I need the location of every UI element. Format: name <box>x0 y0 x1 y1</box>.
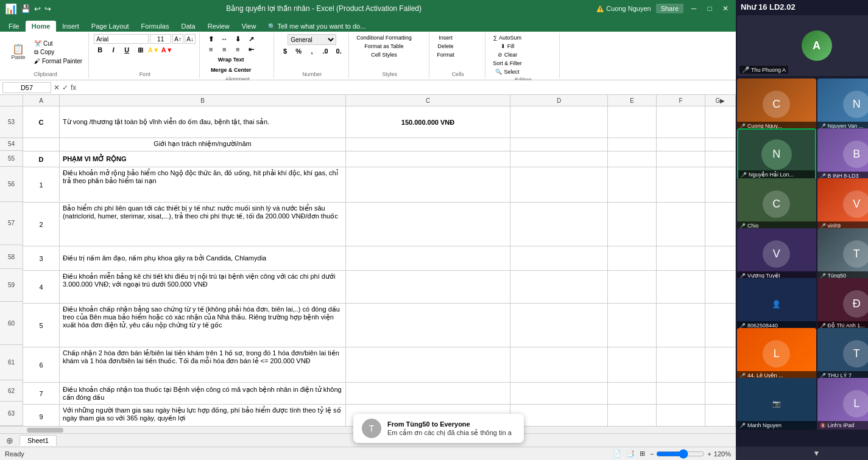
cell-63-e[interactable] <box>608 405 657 426</box>
cell-60-c[interactable] <box>346 304 510 347</box>
border-button[interactable]: ⊞ <box>134 45 146 55</box>
currency-btn[interactable]: $ <box>279 46 291 56</box>
video-cell-vinh[interactable]: V 🎤 vinh9 <box>817 178 869 230</box>
cell-59-g[interactable] <box>705 271 736 303</box>
paste-button[interactable]: 📋 Paste <box>6 43 30 61</box>
row-59[interactable]: 59 <box>0 269 23 301</box>
cell-56-e[interactable] <box>608 167 657 202</box>
bold-button[interactable]: B <box>94 45 106 55</box>
cell-59-a[interactable]: 4 <box>23 271 60 303</box>
cell-60-a[interactable]: 5 <box>23 304 60 347</box>
cell-59-f[interactable] <box>657 271 705 303</box>
percent-btn[interactable]: % <box>292 46 305 56</box>
sheet-tab-1[interactable]: Sheet1 <box>19 435 57 446</box>
cell-54-g[interactable] <box>705 138 736 151</box>
cell-55-f[interactable] <box>657 152 705 167</box>
align-center-btn[interactable]: ≡ <box>218 44 230 54</box>
format-cells-btn[interactable]: Format <box>434 51 457 58</box>
cell-58-d[interactable] <box>510 246 608 270</box>
cell-53-b[interactable]: Từ vong /thương tật toàn bộ vĩnh viễn do… <box>60 106 346 138</box>
number-format-select[interactable]: General <box>288 34 336 45</box>
cell-59-e[interactable] <box>608 271 657 303</box>
cell-60-d[interactable] <box>510 304 608 347</box>
cell-63-a[interactable]: 9 <box>23 405 60 426</box>
font-size-input[interactable] <box>150 34 171 44</box>
conditional-formatting-btn[interactable]: Conditional Formatting <box>354 34 414 41</box>
maximize-btn[interactable]: □ <box>704 3 715 14</box>
cell-58-g[interactable] <box>705 246 736 270</box>
cancel-formula-icon[interactable]: ✕ <box>54 83 60 92</box>
formula-input[interactable] <box>79 82 733 93</box>
cell-53-e[interactable] <box>608 106 657 138</box>
cell-62-a[interactable]: 7 <box>23 383 60 404</box>
cell-55-e[interactable] <box>608 152 657 167</box>
row-62[interactable]: 62 <box>0 380 23 402</box>
copy-button[interactable]: ⧉Copy <box>32 48 85 57</box>
cell-56-b[interactable]: Điều khoản mở rộng bảo hiểm cho Ngộ độc … <box>60 167 346 202</box>
cell-57-e[interactable] <box>608 203 657 246</box>
cell-62-c[interactable] <box>346 383 510 404</box>
cell-58-f[interactable] <box>657 246 705 270</box>
cell-61-e[interactable] <box>608 347 657 382</box>
tab-search[interactable]: 🔍 Tell me what you want to do... <box>262 21 372 32</box>
cell-58-b[interactable]: Điều trị nấm âm đạo, nấm phụ khoa gây ra… <box>60 246 346 270</box>
undo-icon[interactable]: ↩ <box>34 4 41 13</box>
cell-61-g[interactable] <box>705 347 736 382</box>
cell-57-a[interactable]: 2 <box>23 203 60 246</box>
cell-56-f[interactable] <box>657 167 705 202</box>
tab-insert[interactable]: Insert <box>56 21 85 32</box>
cell-54-b[interactable]: Giới hạn trách nhiệm/người/năm <box>60 138 346 151</box>
delete-cells-btn[interactable]: Delete <box>435 43 456 50</box>
video-cell-tung[interactable]: T 🎤 Tùng50 <box>817 228 869 280</box>
video-cell-8062[interactable]: 👤 🎤 8062508440 <box>737 278 816 330</box>
sort-filter-btn[interactable]: Sort & Filter <box>490 60 524 67</box>
col-header-c[interactable]: C <box>346 95 510 106</box>
tab-data[interactable]: Data <box>175 21 201 32</box>
italic-button[interactable]: I <box>107 45 119 55</box>
close-btn[interactable]: ✕ <box>720 3 731 14</box>
cell-59-c[interactable] <box>346 271 510 303</box>
font-color-button[interactable]: A▼ <box>161 45 173 55</box>
cell-62-f[interactable] <box>657 383 705 404</box>
cell-63-f[interactable] <box>657 405 705 426</box>
col-header-f[interactable]: F <box>657 95 705 106</box>
cell-56-g[interactable] <box>705 167 736 202</box>
decrease-decimal-btn[interactable]: 0. <box>333 46 345 56</box>
col-header-b[interactable]: B <box>60 95 346 106</box>
angle-text-btn[interactable]: ↗ <box>245 34 257 44</box>
cell-61-b[interactable]: Chấp nhận 2 hóa đơn bán lẻ/biên lai tiền… <box>60 347 346 382</box>
cell-60-f[interactable] <box>657 304 705 347</box>
cell-62-e[interactable] <box>608 383 657 404</box>
cell-57-f[interactable] <box>657 203 705 246</box>
scrollbar-thumb[interactable] <box>27 428 63 433</box>
cell-57-g[interactable] <box>705 203 736 246</box>
cell-62-g[interactable] <box>705 383 736 404</box>
cell-57-d[interactable] <box>510 203 608 246</box>
cell-54-a[interactable] <box>23 138 60 151</box>
decrease-font-btn[interactable]: A↓ <box>185 34 196 44</box>
cell-54-c[interactable] <box>346 138 510 151</box>
tab-formulas[interactable]: Formulas <box>135 21 175 32</box>
increase-decimal-btn[interactable]: .0 <box>319 46 331 56</box>
col-header-a[interactable]: A <box>23 95 60 106</box>
row-58[interactable]: 58 <box>0 245 23 270</box>
view-page-btn[interactable]: ⊞ <box>640 450 645 458</box>
view-layout-btn[interactable]: 📑 <box>626 450 635 458</box>
font-name-input[interactable] <box>94 34 149 44</box>
cell-53-d[interactable] <box>510 106 608 138</box>
cell-61-d[interactable] <box>510 347 608 382</box>
cell-61-f[interactable] <box>657 347 705 382</box>
cell-56-d[interactable] <box>510 167 608 202</box>
cell-63-d[interactable] <box>510 405 608 426</box>
underline-button[interactable]: U <box>121 45 133 55</box>
share-button[interactable]: Share <box>656 4 683 13</box>
cell-58-c[interactable] <box>346 246 510 270</box>
video-cell-tuyet[interactable]: V 🎤 Vương Tuyết <box>737 228 816 280</box>
indent-btn[interactable]: ⇤ <box>245 44 257 54</box>
cell-54-f[interactable] <box>657 138 705 151</box>
video-cell-binh[interactable]: B 🎤 B INH 8-LD3 <box>817 128 869 180</box>
video-cell-thuly[interactable]: T 🎤 THU LÝ 7 <box>817 328 869 380</box>
cut-button[interactable]: ✂️Cut <box>32 40 85 47</box>
video-cell-uyen[interactable]: L 🎤 44. Lê Uyên ... <box>737 328 816 380</box>
col-header-g[interactable]: G▶ <box>705 95 736 106</box>
